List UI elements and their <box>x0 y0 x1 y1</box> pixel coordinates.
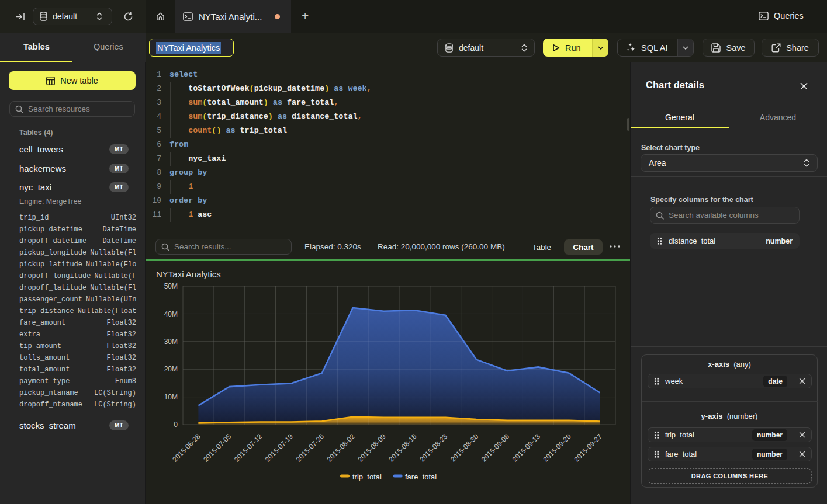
svg-text:2015-07-05: 2015-07-05 <box>202 432 233 464</box>
svg-text:2015-09-06: 2015-09-06 <box>480 432 511 464</box>
svg-text:fare_total: fare_total <box>405 472 437 481</box>
svg-text:2015-08-16: 2015-08-16 <box>387 432 418 464</box>
svg-text:2015-08-23: 2015-08-23 <box>418 432 449 464</box>
svg-text:trip_total: trip_total <box>352 472 382 481</box>
svg-text:NYTaxi Analytics: NYTaxi Analytics <box>156 269 221 279</box>
svg-text:2015-09-20: 2015-09-20 <box>542 432 573 464</box>
svg-text:20M: 20M <box>164 365 178 373</box>
svg-text:30M: 30M <box>164 338 178 346</box>
svg-text:0: 0 <box>174 420 178 429</box>
svg-text:10M: 10M <box>164 393 178 401</box>
svg-text:2015-07-19: 2015-07-19 <box>264 432 295 464</box>
svg-text:2015-08-02: 2015-08-02 <box>326 432 357 464</box>
svg-text:50M: 50M <box>164 282 178 290</box>
svg-text:2015-08-09: 2015-08-09 <box>356 432 387 464</box>
svg-text:2015-09-27: 2015-09-27 <box>572 432 604 464</box>
svg-text:2015-09-13: 2015-09-13 <box>511 432 542 464</box>
svg-text:2015-08-30: 2015-08-30 <box>449 432 480 464</box>
svg-text:40M: 40M <box>164 310 178 318</box>
svg-text:2015-07-26: 2015-07-26 <box>295 432 326 464</box>
svg-text:2015-07-12: 2015-07-12 <box>233 432 264 464</box>
svg-text:2015-06-28: 2015-06-28 <box>171 432 202 464</box>
